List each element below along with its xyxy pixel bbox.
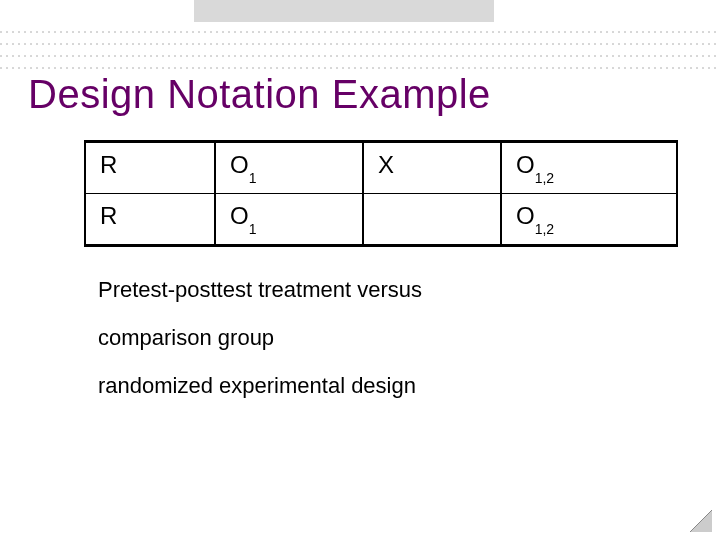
cell-r2-c2: O1 — [215, 194, 363, 245]
cell-r1-c3: X — [363, 143, 501, 194]
table-row: R O1 X O1,2 — [85, 143, 677, 194]
table-row: R O1 O1,2 — [85, 194, 677, 245]
cell-r2-c1: R — [85, 194, 215, 245]
cell-r1-c4: O1,2 — [501, 143, 677, 194]
caption-line-3: randomized experimental design — [98, 374, 416, 398]
slide: Design Notation Example R O1 X O1,2 R O1… — [0, 0, 720, 540]
cell-r2-c4: O1,2 — [501, 194, 677, 245]
top-bar-decoration — [0, 0, 720, 70]
cell-r2-c3 — [363, 194, 501, 245]
page-corner-icon — [690, 510, 712, 532]
cell-r1-c1: R — [85, 143, 215, 194]
design-notation-table: R O1 X O1,2 R O1 O1,2 — [84, 140, 678, 247]
svg-rect-0 — [194, 0, 494, 22]
caption-line-1: Pretest-posttest treatment versus — [98, 278, 422, 302]
slide-title: Design Notation Example — [28, 72, 491, 117]
caption-line-2: comparison group — [98, 326, 274, 350]
cell-r1-c2: O1 — [215, 143, 363, 194]
